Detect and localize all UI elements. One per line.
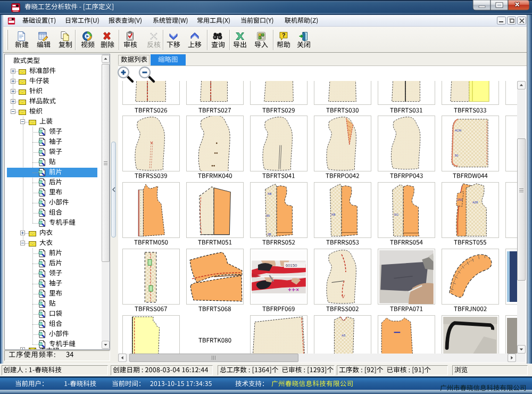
svg-text:A28: A28 [472, 201, 478, 204]
svg-text:A5: A5 [342, 334, 345, 337]
svg-text:XB: XB [268, 192, 272, 195]
svg-text:XB: XB [331, 213, 336, 216]
svg-text:60150: 60150 [286, 263, 297, 268]
svg-text:253: 253 [458, 198, 463, 201]
svg-text:?: ? [282, 32, 286, 38]
svg-text:4CM: 4CM [455, 129, 461, 132]
svg-text:90: 90 [267, 214, 270, 217]
svg-text:2B: 2B [268, 232, 271, 235]
svg-text:SG: SG [394, 213, 399, 216]
svg-text:50: 50 [455, 154, 459, 157]
